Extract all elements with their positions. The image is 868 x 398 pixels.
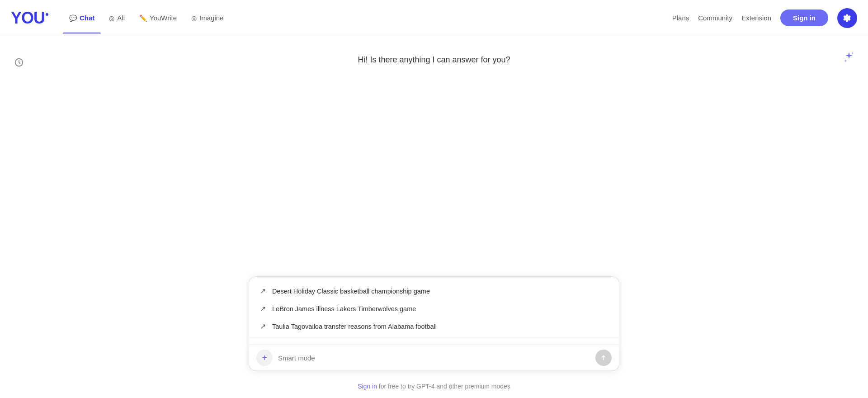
sparkle-icon — [843, 51, 855, 63]
add-button[interactable]: + — [256, 350, 273, 366]
send-button[interactable] — [595, 350, 612, 366]
welcome-message: Hi! Is there anything I can answer for y… — [358, 55, 510, 65]
nav: 💬 Chat ◎ All ✏️ YouWrite ◎ Imagine — [63, 10, 230, 25]
search-container: ↗ Desert Holiday Classic basketball cham… — [249, 276, 619, 371]
chat-icon: 💬 — [69, 14, 77, 22]
header-right: Plans Community Extension Sign in — [672, 8, 857, 28]
nav-item-imagine[interactable]: ◎ Imagine — [185, 10, 230, 25]
trend-icon-2: ↗ — [260, 304, 266, 313]
clock-icon — [14, 57, 24, 67]
trend-icon-1: ↗ — [260, 287, 266, 295]
logo-dot — [46, 13, 48, 16]
history-button[interactable] — [11, 54, 27, 71]
footer-text: Sign in for free to try GPT-4 and other … — [358, 383, 510, 390]
all-icon: ◎ — [109, 14, 114, 22]
extension-link[interactable]: Extension — [741, 14, 771, 22]
imagine-icon: ◎ — [191, 14, 197, 22]
signin-button[interactable]: Sign in — [780, 9, 828, 26]
search-input[interactable] — [273, 354, 595, 362]
gear-icon — [843, 14, 852, 23]
settings-button[interactable] — [837, 8, 857, 28]
nav-item-all[interactable]: ◎ All — [103, 10, 131, 25]
input-bar: + — [249, 345, 619, 371]
sparkle-button[interactable] — [841, 49, 857, 65]
nav-item-chat[interactable]: 💬 Chat — [63, 10, 101, 25]
community-link[interactable]: Community — [698, 14, 732, 22]
suggestion-item-2[interactable]: ↗ LeBron James illness Lakers Timberwolv… — [249, 300, 619, 317]
plans-link[interactable]: Plans — [672, 14, 689, 22]
divider — [249, 337, 619, 337]
suggestion-text-2: LeBron James illness Lakers Timberwolves… — [272, 305, 416, 313]
suggestions-box: ↗ Desert Holiday Classic basketball cham… — [249, 276, 619, 345]
suggestion-item-3[interactable]: ↗ Taulia Tagovailoa transfer reasons fro… — [249, 317, 619, 335]
send-icon — [600, 354, 607, 361]
header: YOU 💬 Chat ◎ All ✏️ YouWrite ◎ Imagine P… — [0, 0, 868, 36]
main-content: Hi! Is there anything I can answer for y… — [0, 36, 868, 398]
nav-item-youwrite[interactable]: ✏️ YouWrite — [133, 10, 183, 25]
trend-icon-3: ↗ — [260, 322, 266, 331]
youwrite-icon: ✏️ — [139, 14, 147, 22]
suggestion-item-1[interactable]: ↗ Desert Holiday Classic basketball cham… — [249, 282, 619, 300]
footer-signin-link[interactable]: Sign in — [358, 383, 377, 390]
footer-suffix: for free to try GPT-4 and other premium … — [377, 383, 510, 390]
logo[interactable]: YOU — [11, 9, 48, 28]
suggestion-text-3: Taulia Tagovailoa transfer reasons from … — [272, 323, 437, 330]
suggestion-text-1: Desert Holiday Classic basketball champi… — [272, 288, 430, 295]
logo-text: YOU — [11, 9, 45, 28]
